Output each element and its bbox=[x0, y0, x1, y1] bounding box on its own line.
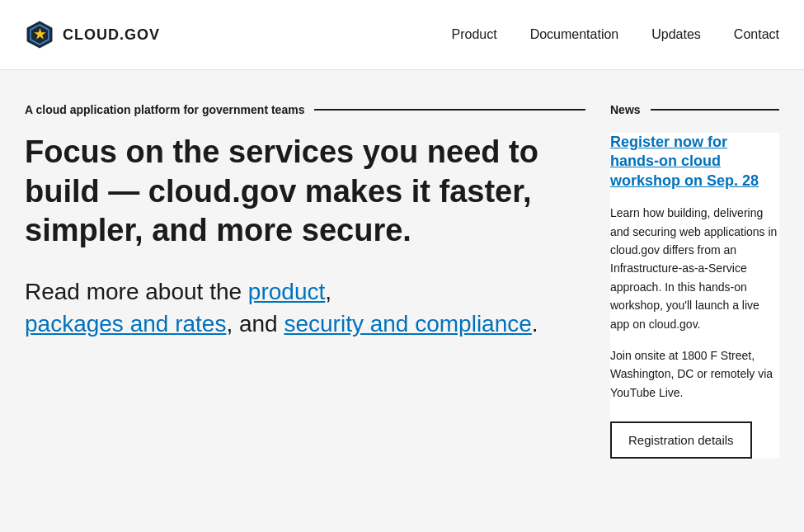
nav-updates[interactable]: Updates bbox=[651, 27, 701, 42]
nav-product[interactable]: Product bbox=[452, 27, 497, 42]
main-content: A cloud application platform for governm… bbox=[0, 70, 804, 532]
subtext-period: . bbox=[532, 311, 538, 337]
subtext-and: , and bbox=[226, 311, 284, 337]
news-card: Register now for hands-on cloud workshop… bbox=[610, 133, 779, 459]
main-nav: Product Documentation Updates Contact bbox=[452, 27, 780, 42]
news-body-1: Learn how building, delivering and secur… bbox=[610, 204, 779, 333]
right-column: News Register now for hands-on cloud wor… bbox=[610, 103, 779, 499]
link-packages[interactable]: packages and rates bbox=[25, 311, 226, 337]
hero-heading: Focus on the services you need to build … bbox=[25, 133, 585, 251]
news-label: News bbox=[610, 103, 779, 116]
subtext-prefix: Read more about the bbox=[25, 279, 248, 304]
news-body-2: Join onsite at 1800 F Street, Washington… bbox=[610, 346, 779, 402]
nav-contact[interactable]: Contact bbox=[734, 27, 779, 42]
left-column: A cloud application platform for governm… bbox=[25, 103, 585, 499]
subtext-comma: , bbox=[325, 279, 331, 304]
cloud-gov-logo-icon: ★ bbox=[25, 20, 54, 49]
site-header: ★ CLOUD.GOV Product Documentation Update… bbox=[0, 0, 804, 70]
registration-details-button[interactable]: Registration details bbox=[610, 421, 752, 459]
section-label: A cloud application platform for governm… bbox=[25, 103, 585, 116]
link-security[interactable]: security and compliance bbox=[284, 311, 531, 337]
logo[interactable]: ★ CLOUD.GOV bbox=[25, 20, 160, 49]
logo-text: CLOUD.GOV bbox=[63, 26, 160, 44]
nav-documentation[interactable]: Documentation bbox=[530, 27, 619, 42]
svg-text:★: ★ bbox=[34, 27, 46, 41]
subtext: Read more about the product, packages an… bbox=[25, 275, 585, 340]
news-link[interactable]: Register now for hands-on cloud workshop… bbox=[610, 133, 779, 191]
link-product[interactable]: product bbox=[248, 279, 325, 304]
